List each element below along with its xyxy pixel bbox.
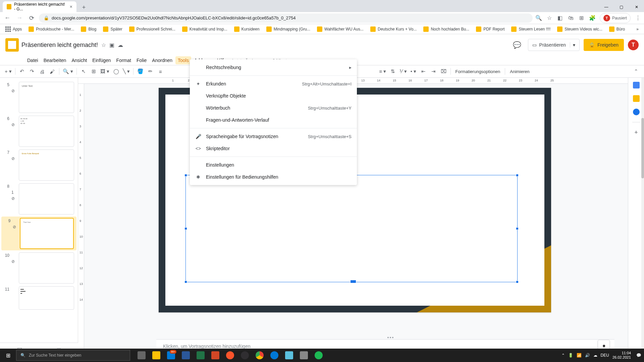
taskbar-app-excel[interactable] bbox=[193, 349, 208, 362]
slide-thumbnail[interactable]: ▭ ▭ ▭○ ▭▭ ▭ bbox=[19, 116, 74, 147]
task-view-button[interactable] bbox=[134, 349, 149, 362]
zoom-button[interactable]: 🔍 ▾ bbox=[61, 67, 74, 76]
format-options-button[interactable]: Formatierungsoptionen bbox=[453, 69, 503, 74]
taskbar-app-word[interactable] bbox=[178, 349, 193, 362]
bookmark-item[interactable]: PDF Report bbox=[473, 25, 507, 33]
zoom-icon[interactable]: 🔍 bbox=[535, 15, 542, 21]
cloud-icon[interactable]: ☁ bbox=[118, 42, 123, 48]
forward-button[interactable]: → bbox=[15, 13, 24, 23]
user-avatar[interactable]: T bbox=[628, 40, 639, 50]
thumbnail-row[interactable]: 10 ⊘ bbox=[0, 251, 78, 285]
slide-thumbnail[interactable]: Unter Text: bbox=[19, 82, 74, 113]
document-title[interactable]: Präsentieren leicht gemacht! ☆ ▣ ☁ bbox=[21, 42, 508, 49]
taskbar-app-edge[interactable] bbox=[267, 349, 282, 362]
thumbnail-row[interactable]: 5 ⊘ Unter Text: bbox=[0, 80, 78, 114]
taskbar-app-brave[interactable] bbox=[223, 349, 237, 362]
browser-tab[interactable]: Präsentieren leicht gemacht! - G... × bbox=[3, 1, 76, 12]
tray-clock[interactable]: 11:04 26.02.2021 bbox=[612, 351, 633, 360]
minimize-button[interactable]: — bbox=[599, 2, 614, 12]
maximize-button[interactable]: ▢ bbox=[614, 2, 629, 12]
animate-button[interactable]: Animieren bbox=[507, 69, 532, 74]
url-field[interactable]: 🔒 docs.google.com/presentation/d/1yV372S… bbox=[39, 13, 533, 23]
slide-thumbnail[interactable]: Erste Folie Beispiel bbox=[19, 149, 74, 181]
share-button[interactable]: 🔒 Freigeben bbox=[584, 39, 624, 51]
taskbar-app-messages[interactable]: 99+ bbox=[164, 349, 178, 362]
menu-item-erkunden[interactable]: ✦ErkundenStrg+Alt+Umschalttaste+I bbox=[190, 78, 357, 90]
star-icon[interactable]: ☆ bbox=[546, 15, 553, 21]
taskbar-app-spotify[interactable] bbox=[311, 349, 326, 362]
taskbar-app-obs[interactable] bbox=[237, 349, 252, 362]
menu-format[interactable]: Format bbox=[114, 56, 133, 64]
calendar-icon[interactable] bbox=[633, 82, 640, 88]
resize-handle[interactable] bbox=[184, 281, 187, 283]
textbox-tool[interactable]: ⊞ bbox=[89, 67, 98, 76]
bookmark-item[interactable]: Deutsche Kurs + Vo... bbox=[368, 25, 419, 33]
bookmark-item[interactable]: Professionell Schrei... bbox=[126, 25, 178, 33]
menu-item-skripteditor[interactable]: <>Skripteditor bbox=[190, 142, 357, 155]
taskbar-app-explorer[interactable] bbox=[149, 349, 164, 362]
tray-chevron-icon[interactable]: ⌃ bbox=[561, 353, 565, 358]
paint-format-button[interactable]: 🖌 bbox=[48, 67, 57, 76]
selected-text-box[interactable] bbox=[185, 175, 518, 282]
tray-battery-icon[interactable]: 🔋 bbox=[568, 353, 573, 358]
bookmark-item[interactable]: Später bbox=[100, 25, 125, 33]
ext-icon-2[interactable]: 🛍 bbox=[568, 15, 574, 21]
resize-handle[interactable] bbox=[516, 174, 519, 177]
tray-notifications-icon[interactable]: 💬 bbox=[636, 353, 641, 358]
undo-button[interactable]: ↶ bbox=[17, 67, 27, 76]
taskbar-app-powerpoint[interactable] bbox=[208, 349, 223, 362]
move-icon[interactable]: ▣ bbox=[109, 42, 114, 48]
decrease-indent-button[interactable]: ⇤ bbox=[419, 67, 428, 76]
tray-onedrive-icon[interactable]: ☁ bbox=[593, 353, 597, 358]
menu-item-einstellungen[interactable]: Einstellungen bbox=[190, 159, 357, 171]
thumbnail-row[interactable]: 6 ⊘ ▭ ▭ ▭○ ▭▭ ▭ bbox=[0, 114, 78, 148]
menu-item-spracheingabe[interactable]: 🎤Spracheingabe für VortragsnotizenStrg+U… bbox=[190, 130, 357, 142]
close-window-button[interactable]: ✕ bbox=[629, 2, 644, 12]
resize-handle[interactable] bbox=[184, 174, 187, 177]
bookmark-item[interactable]: Büro bbox=[606, 25, 628, 33]
ext-icon-1[interactable]: ◧ bbox=[557, 15, 564, 21]
puzzle-icon[interactable]: 🧩 bbox=[589, 15, 596, 21]
shape-tool[interactable]: ◯ bbox=[111, 67, 121, 76]
border-weight-button[interactable]: ≡ bbox=[156, 67, 165, 76]
bookmark-item[interactable]: Steuern Lesen !!!! bbox=[508, 25, 553, 33]
resize-handle[interactable] bbox=[350, 280, 356, 283]
bookmark-item[interactable]: Kreativität und Insp... bbox=[179, 25, 230, 33]
reload-button[interactable]: ⟳ bbox=[27, 13, 36, 23]
resize-handle[interactable] bbox=[184, 227, 187, 230]
slide-thumbnail[interactable] bbox=[19, 183, 74, 215]
keep-icon[interactable] bbox=[633, 95, 640, 102]
slide-thumbnail[interactable] bbox=[19, 252, 74, 284]
slides-logo-icon[interactable] bbox=[5, 38, 19, 52]
menu-icon[interactable]: ⋮ bbox=[635, 15, 641, 21]
select-tool[interactable]: ↖ bbox=[79, 67, 88, 76]
clear-format-button[interactable]: ⌧ bbox=[439, 67, 448, 76]
tasks-icon[interactable] bbox=[633, 109, 640, 115]
resize-handle[interactable] bbox=[516, 281, 519, 283]
bookmark-item[interactable]: Steuern Videos wic... bbox=[554, 25, 605, 33]
thumbnail-row[interactable]: 8 1⊘ bbox=[0, 182, 78, 216]
redo-button[interactable]: ↷ bbox=[28, 67, 37, 76]
menu-bearbeiten[interactable]: Bearbeiten bbox=[41, 56, 69, 64]
ext-icon-3[interactable]: ⊞ bbox=[578, 15, 585, 21]
menu-item-rechtschreibung[interactable]: Rechtschreibung▸ bbox=[190, 61, 357, 73]
notes-resize-handle[interactable] bbox=[385, 337, 395, 338]
tray-wifi-icon[interactable]: 📶 bbox=[577, 353, 582, 358]
menu-item-bedienungshilfen[interactable]: ✱Einstellungen für Bedienungshilfen bbox=[190, 171, 357, 183]
align-button[interactable]: ≡ ▾ bbox=[378, 67, 387, 76]
thumbnail-row[interactable]: 11 ▬▬▬▬▬▬ bbox=[0, 285, 78, 311]
taskbar-app-chrome[interactable] bbox=[252, 349, 267, 362]
start-button[interactable]: ⊞ bbox=[0, 349, 16, 362]
numbered-list-button[interactable]: ⅟ ▾ bbox=[398, 67, 408, 76]
menu-item-woerterbuch[interactable]: WörterbuchStrg+Umschalttaste+Y bbox=[190, 102, 357, 114]
new-tab-button[interactable]: + bbox=[79, 3, 89, 12]
bookmark-item[interactable]: Wahlfächer WU Aus... bbox=[314, 25, 366, 33]
tray-volume-icon[interactable]: 🔊 bbox=[585, 353, 590, 358]
slide-thumbnail[interactable]: Titel hier bbox=[20, 218, 74, 249]
star-icon[interactable]: ☆ bbox=[101, 42, 106, 48]
bookmark-item[interactable]: Mindmapping (Gru... bbox=[264, 25, 313, 33]
new-slide-button[interactable]: + ▾ bbox=[3, 67, 13, 76]
menu-datei[interactable]: Datei bbox=[25, 56, 41, 64]
menu-einfuegen[interactable]: Einfügen bbox=[90, 56, 113, 64]
bookmark-overflow[interactable]: » bbox=[634, 25, 641, 33]
